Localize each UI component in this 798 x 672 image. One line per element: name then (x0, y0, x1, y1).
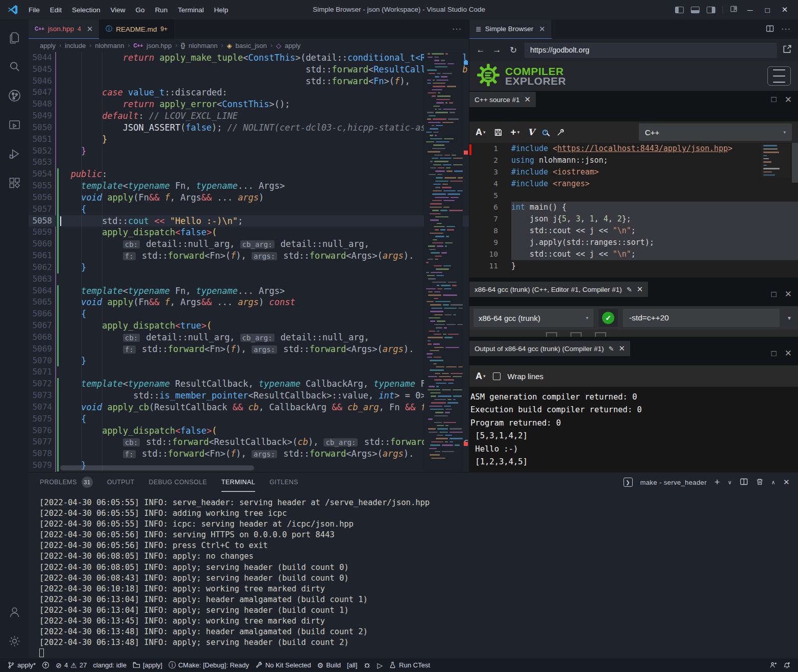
tab-readme-md[interactable]: ⓘREADME.md9+ (99, 19, 174, 39)
horizontal-scrollbar[interactable] (60, 465, 254, 470)
zoom-icon[interactable]: + (542, 130, 548, 135)
chevron-down-icon[interactable]: ∨ (728, 479, 732, 486)
close-icon[interactable]: ✕ (539, 24, 545, 34)
layout-sidebar-left-icon[interactable] (675, 7, 684, 13)
vim-icon[interactable]: V (528, 127, 534, 137)
close-icon[interactable]: ✕ (87, 24, 93, 34)
menu-help[interactable]: Help (209, 6, 233, 14)
close-icon[interactable]: ✕ (783, 478, 790, 487)
breadcrumb-item[interactable]: basic_json (236, 42, 267, 49)
statusbar-cmake-build[interactable]: ⚙Build (314, 658, 344, 672)
maximize-icon[interactable]: □ (762, 6, 772, 14)
statusbar-cmake-launch[interactable]: ▷ (374, 658, 386, 672)
compiler-flags-input[interactable] (623, 309, 780, 327)
menu-go[interactable]: Go (131, 6, 150, 14)
panel-tab-debug-console[interactable]: DEBUG CONSOLE (148, 472, 207, 492)
compiler-select[interactable]: x86-64 gcc (trunk) ▾ (473, 309, 593, 327)
statusbar-cmake-kit[interactable]: No Kit Selected (252, 658, 314, 672)
pencil-icon[interactable]: ✎ (609, 345, 614, 353)
panel-tab-output[interactable]: OUTPUT (107, 472, 135, 492)
split-editor-icon[interactable] (766, 24, 774, 34)
custom-layout-icon[interactable] (730, 5, 738, 14)
activitybar-accounts-icon[interactable] (3, 600, 26, 624)
forward-icon[interactable]: → (492, 45, 502, 55)
statusbar-cmake-folder[interactable]: [apply] (130, 658, 165, 672)
statusbar-problems[interactable]: ⊘4⚠27 (53, 658, 90, 672)
url-input[interactable] (525, 43, 777, 58)
statusbar-cmake-variant[interactable]: ⓘCMake: [Debug]: Ready (165, 658, 252, 672)
hamburger-icon[interactable] (767, 66, 791, 86)
chevron-down-icon[interactable]: ▼ (785, 315, 794, 321)
close-icon[interactable]: ✕ (619, 344, 626, 353)
external-link-icon[interactable] (783, 44, 792, 56)
add-pane-icon[interactable]: +▾ (511, 127, 520, 138)
panel-tab-problems[interactable]: PROBLEMS31 (40, 472, 93, 492)
tab-compiler[interactable]: x86-64 gcc (trunk) (C++, Editor #1, Comp… (469, 282, 648, 297)
menu-run[interactable]: Run (150, 6, 173, 14)
close-icon[interactable]: ✕ (637, 285, 643, 294)
wrap-checkbox-icon[interactable] (493, 372, 501, 380)
maximize-icon[interactable]: □ (771, 94, 776, 105)
trash-icon[interactable] (756, 478, 764, 487)
statusbar-git-branch[interactable]: apply* (4, 658, 39, 672)
pin-icon[interactable] (556, 128, 565, 137)
activitybar-settings-gear-icon[interactable] (3, 629, 26, 653)
more-actions-icon[interactable]: ··· (781, 24, 791, 34)
statusbar-notifications[interactable] (780, 658, 794, 672)
breadcrumb-item[interactable]: apply (285, 42, 301, 49)
close-icon[interactable]: ✕ (785, 94, 792, 105)
activitybar-search-icon[interactable] (3, 55, 26, 78)
close-icon[interactable]: ✕ (785, 348, 792, 359)
close-icon[interactable]: ✕ (785, 289, 792, 300)
panel-tab-gitlens[interactable]: GITLENS (269, 472, 298, 492)
layout-sidebar-right-icon[interactable] (707, 7, 715, 13)
menu-file[interactable]: File (23, 6, 45, 14)
language-select[interactable]: C++ ▾ (639, 123, 792, 141)
tab-output[interactable]: Output of x86-64 gcc (trunk) (Compiler #… (469, 341, 630, 356)
tab-cpp-source[interactable]: C++ source #1 ✕ (469, 92, 536, 107)
statusbar-feedback[interactable] (766, 658, 780, 672)
statusbar-cmake-debug[interactable] (360, 658, 374, 672)
terminal[interactable]: [2022-04-30 06:05:55] INFO: serve_header… (29, 492, 798, 658)
statusbar-run-ctest[interactable]: Run CTest (386, 658, 433, 672)
panel-tab-terminal[interactable]: TERMINAL (221, 472, 255, 492)
activitybar-run-and-debug-icon[interactable] (3, 142, 26, 165)
new-terminal-icon[interactable]: + (714, 477, 720, 488)
statusbar-publish-changes[interactable] (39, 658, 53, 672)
menu-terminal[interactable]: Terminal (172, 6, 209, 14)
activitybar-source-control-icon[interactable] (3, 84, 26, 107)
tab-json-hpp[interactable]: C++json.hpp4✕ (29, 19, 99, 39)
save-icon[interactable] (494, 128, 503, 137)
split-terminal-icon[interactable] (740, 478, 748, 487)
breadcrumb-item[interactable]: apply (40, 42, 56, 49)
minimize-icon[interactable]: ─ (745, 6, 755, 14)
close-icon[interactable]: ✕ (780, 5, 790, 14)
vertical-scrollbar[interactable] (792, 143, 798, 183)
menu-edit[interactable]: Edit (45, 6, 67, 14)
statusbar-cmake-target[interactable]: [all] (344, 658, 360, 672)
close-icon[interactable]: ✕ (525, 95, 531, 104)
activitybar-explorer-icon[interactable] (3, 26, 26, 49)
breadcrumb-item[interactable]: include (65, 42, 86, 49)
font-size-icon[interactable]: A▾ (476, 127, 486, 138)
font-size-icon[interactable]: A▾ (476, 371, 486, 382)
activitybar-extensions-icon[interactable] (3, 171, 26, 194)
maximize-icon[interactable]: □ (771, 349, 776, 359)
tab-simple-browser[interactable]: ≣ Simple Browser ✕ (469, 19, 552, 39)
minimap[interactable] (424, 52, 463, 472)
statusbar-clangd-status[interactable]: clangd: idle (90, 658, 130, 672)
pencil-icon[interactable]: ✎ (627, 286, 632, 293)
menu-view[interactable]: View (106, 6, 131, 14)
breadcrumb-item[interactable]: nlohmann (188, 42, 217, 49)
code-editor[interactable]: 5044 return apply_make_tuple<ConstThis>(… (29, 52, 469, 472)
chevron-up-icon[interactable]: ∧ (771, 479, 776, 486)
layout-panel-icon[interactable] (691, 7, 700, 13)
terminal-select[interactable]: make - serve_header (640, 479, 707, 486)
reload-icon[interactable]: ↻ (508, 45, 518, 56)
breadcrumb-item[interactable]: json.hpp (146, 42, 171, 49)
maximize-icon[interactable]: □ (771, 289, 776, 300)
menu-selection[interactable]: Selection (67, 6, 106, 14)
breadcrumb[interactable]: apply›include›nlohmann›C++json.hpp›{}nlo… (29, 39, 469, 52)
activitybar-cmake-test-icon[interactable] (3, 113, 26, 136)
back-icon[interactable]: ← (476, 45, 486, 55)
